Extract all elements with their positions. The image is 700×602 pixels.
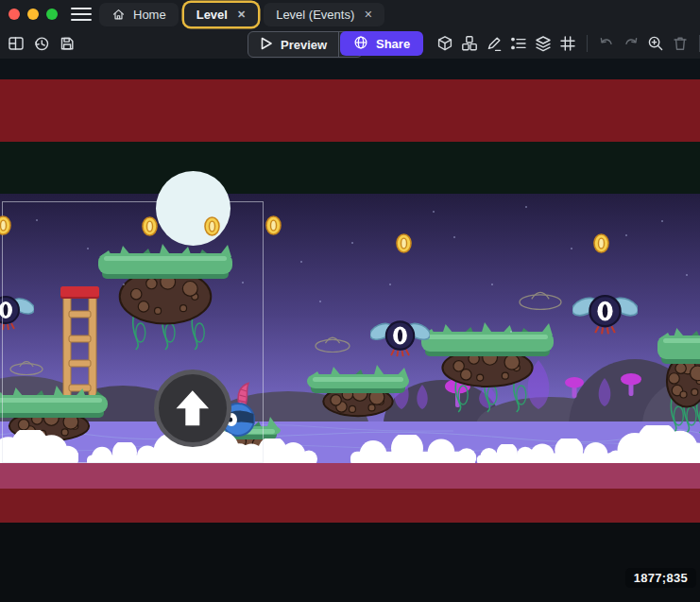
preview-button-label: Preview [281,38,327,52]
instances-list-button[interactable] [507,32,530,55]
window-controls [9,9,58,20]
tab-level-events[interactable]: Level (Events)✕ [264,3,384,26]
toolbar-left-icons [5,28,78,59]
trash-button [669,32,691,55]
tab-level[interactable]: Level✕ [184,3,258,26]
tab-close-button[interactable]: ✕ [362,9,372,21]
cursor-coordinates: 1877;835 [625,568,696,588]
toolbar-right-icons [434,28,700,59]
home-icon [111,8,126,22]
coin-sprite[interactable] [142,216,158,240]
redo-button [620,32,642,55]
close-window-button[interactable] [9,9,20,20]
zoom-window-button[interactable] [46,9,58,20]
up-arrow-icon [165,381,220,436]
jump-button-sprite[interactable] [154,370,231,447]
menu-button[interactable] [71,4,92,25]
layers-button[interactable] [532,32,555,55]
coin-sprite[interactable] [204,216,220,240]
save-button[interactable] [56,32,78,55]
share-button-label: Share [376,37,410,51]
zoom-in-button[interactable] [644,32,667,55]
tab-home[interactable]: Home [99,3,179,26]
coin-sprite[interactable] [593,233,609,257]
share-button[interactable]: Share [340,31,423,56]
coin-sprite[interactable] [0,215,11,239]
tab-close-button[interactable]: ✕ [235,9,246,21]
tab-label: Home [133,8,166,22]
tab-label: Level (Events) [276,8,354,22]
globe-icon [353,35,368,53]
objects-cube-button[interactable] [434,32,456,55]
scene-editor-canvas[interactable]: 1877;835 [0,0,700,602]
edit-pencil-button[interactable] [483,32,505,55]
titlebar: HomeLevel✕Level (Events)✕ [0,0,700,28]
application-window: 1877;835 HomeLevel✕Level (Events)✕ Previ… [0,0,700,602]
tab-bar: HomeLevel✕Level (Events)✕ [99,0,384,28]
minimize-window-button[interactable] [27,9,39,20]
tab-label: Level [196,8,228,22]
coin-sprite[interactable] [396,233,412,257]
toolbar: Preview Share [0,28,700,59]
play-icon [260,37,273,53]
object-groups-button[interactable] [458,32,481,55]
panels-button[interactable] [5,32,27,55]
toolbar-separator [587,35,588,52]
coin-sprite[interactable] [265,215,282,239]
grid-button[interactable] [556,32,579,55]
undo-button [595,32,618,55]
history-button[interactable] [30,32,53,55]
